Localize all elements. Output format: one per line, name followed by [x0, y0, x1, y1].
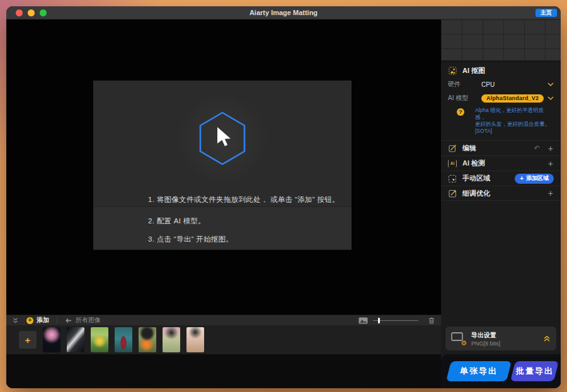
hardware-select[interactable]: CPU [476, 81, 554, 88]
model-value-pill: AlphaStandard_V2 [481, 94, 544, 103]
all-images-label[interactable]: 所有图像 [76, 316, 101, 325]
export-format: PNG[8 bits] [471, 340, 500, 347]
thumbnail-item[interactable] [115, 327, 132, 352]
drop-zone[interactable]: 1. 将图像文件或文件夹拖放到此处， 或单击 “添加” 按钮。 2. 配置 AI… [93, 81, 352, 250]
instruction-2: 2. 配置 AI 模型。 [148, 216, 205, 226]
ai-detect-panel-row[interactable]: AI AI 检测 + [441, 155, 561, 171]
finetune-icon [448, 189, 457, 198]
hardware-row: 硬件 CPU [441, 77, 561, 91]
undo-icon[interactable]: ↶ [534, 144, 540, 152]
back-arrow-icon[interactable] [65, 318, 72, 323]
left-footer [6, 354, 441, 388]
model-row: AI 模型 AlphaStandard_V2 [441, 91, 561, 105]
home-button[interactable]: 主页 [536, 9, 557, 17]
collapse-panel-icon[interactable] [13, 318, 18, 323]
ai-detect-icon: AI [448, 159, 457, 168]
thumbnail-item[interactable] [91, 327, 108, 352]
ai-matting-panel-header: AI 抠图 [441, 64, 561, 77]
model-select[interactable]: AlphaStandard_V2 [476, 94, 554, 103]
double-chevron-up-icon[interactable] [543, 335, 551, 342]
trash-icon[interactable] [428, 317, 435, 324]
window-title: Aiarty Image Matting [6, 9, 561, 16]
import-hexagon-cursor-icon [198, 111, 246, 166]
add-images-button[interactable]: + 添加 [26, 316, 49, 325]
zoom-button[interactable] [40, 9, 47, 16]
main-area: 1. 将图像文件或文件夹拖放到此处， 或单击 “添加” 按钮。 2. 配置 AI… [6, 20, 441, 388]
traffic-lights [16, 9, 47, 16]
add-plus-icon: + [26, 317, 33, 324]
thumbnail-item[interactable] [67, 327, 84, 352]
add-region-button[interactable]: + 添加区域 [515, 174, 554, 184]
model-hint-text: Alpha 细化，更好的半透明质感， 更好的头发，更好的混合质量。[SOTA] [475, 107, 554, 135]
help-icon[interactable]: ? [457, 108, 464, 116]
thumbnail-item[interactable] [186, 327, 204, 352]
finetune-panel-row[interactable]: 细调优化 + [441, 186, 561, 201]
expand-edit-panel-button[interactable]: + [547, 144, 554, 153]
sidebar: AI 抠图 硬件 CPU AI 模型 AlphaStandard_V2 [441, 20, 561, 388]
desktop-background: Aiarty Image Matting 主页 [0, 0, 567, 392]
manual-region-panel-row[interactable]: 手动区域 + 添加区域 [441, 171, 561, 186]
thumbnail-item[interactable] [43, 327, 60, 352]
thumbnail-item[interactable] [139, 327, 156, 352]
ai-matting-icon [448, 66, 457, 75]
app-window: Aiarty Image Matting 主页 [6, 6, 561, 388]
export-actions-bar: 单张导出 批量导出 [441, 354, 561, 388]
edit-panel-row[interactable]: 编辑 ↶ + [441, 140, 561, 155]
add-thumbnail-button[interactable]: + [19, 331, 37, 349]
minimize-button[interactable] [28, 9, 35, 16]
model-hint-row: ? Alpha 细化，更好的半透明质感， 更好的头发，更好的混合质量。[SOTA… [441, 105, 561, 140]
expand-finetune-panel-button[interactable]: + [547, 189, 554, 198]
slider-thumb[interactable] [378, 318, 380, 323]
thumbnail-item[interactable] [163, 327, 180, 352]
export-display-gear-icon: ⚙ [451, 332, 466, 345]
batch-export-button[interactable]: 批量导出 [510, 361, 559, 381]
navigator-grid [441, 20, 561, 62]
single-export-button[interactable]: 单张导出 [446, 361, 512, 381]
crosshair-icon: + [520, 176, 524, 182]
instruction-3: 3. 点击 “导出” 开始抠图。 [148, 235, 233, 244]
instruction-1: 1. 将图像文件或文件夹拖放到此处， 或单击 “添加” 按钮。 [148, 195, 340, 204]
bottom-toolbar: + 添加 所有图像 [6, 315, 441, 325]
toolbar-divider [57, 317, 57, 323]
close-button[interactable] [16, 9, 23, 16]
thumbnail-size-icon [358, 317, 368, 324]
manual-region-icon [448, 174, 457, 183]
canvas: 1. 将图像文件或文件夹拖放到此处， 或单击 “添加” 按钮。 2. 配置 AI… [6, 20, 441, 315]
zoom-slider[interactable] [373, 318, 418, 323]
expand-ai-detect-panel-button[interactable]: + [547, 159, 554, 168]
titlebar: Aiarty Image Matting 主页 [6, 6, 561, 20]
edit-icon [448, 144, 457, 153]
chevron-down-icon [547, 82, 554, 86]
thumbnail-strip: + [6, 325, 441, 354]
export-settings-title: 导出设置 [471, 331, 500, 340]
export-settings-card[interactable]: ⚙ 导出设置 PNG[8 bits] [445, 327, 556, 350]
chevron-down-icon [547, 96, 554, 100]
